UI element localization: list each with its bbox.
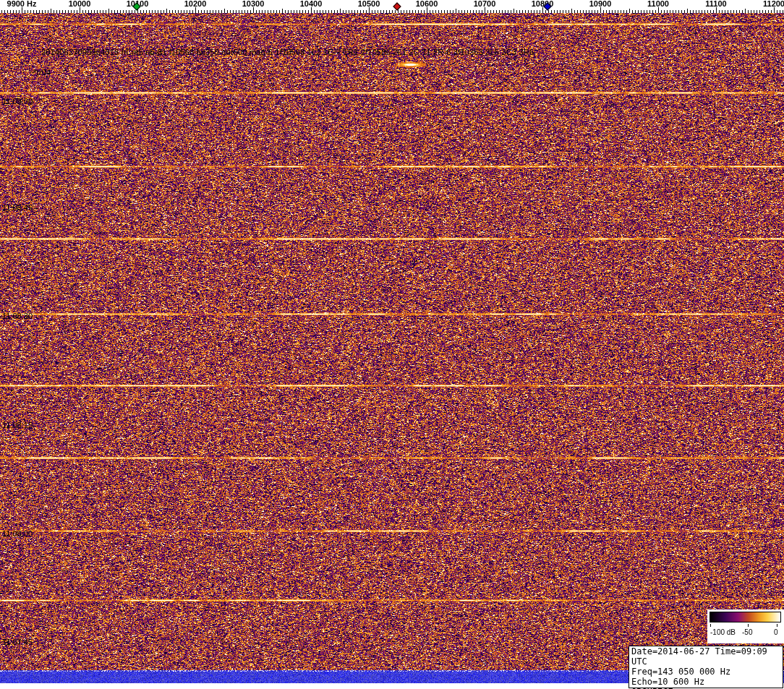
legend-tick-max: [777, 624, 777, 627]
info-box: Date=2014-06-27 Time=09:09 UTC Freq=143 …: [629, 646, 783, 688]
trace-annotation: *tr04: [33, 68, 51, 77]
ruler-label: 10700: [474, 0, 496, 8]
frequency-ruler: 9900 Hz100001010010200103001040010500106…: [0, 0, 784, 13]
info-echo-line: Echo=10 600 Hz: [631, 677, 780, 687]
legend-min-label: -100 dB: [710, 628, 736, 636]
time-label: 11:08:15: [2, 421, 33, 429]
legend-max-label: 0: [774, 628, 778, 636]
ruler-label: 10300: [242, 0, 265, 8]
info-date-line: Date=2014-06-27 Time=09:09 UTC: [631, 646, 780, 667]
ruler-label: 10400: [300, 0, 323, 8]
time-label: 11:09:00: [2, 97, 33, 106]
legend-mid-label: -50: [742, 628, 752, 636]
time-label: 11:08:45: [2, 203, 33, 212]
ruler-label: 10500: [358, 0, 380, 8]
ruler-label: 11100: [705, 0, 726, 8]
spectrogram-app: 9900 Hz100001010010200103001040010500106…: [0, 0, 784, 689]
time-label: 11:08:00: [2, 529, 33, 538]
db-color-legend: -100 dB -50 0: [707, 609, 784, 643]
ruler-label: 10600: [416, 0, 438, 8]
time-label: 11:07:45: [2, 638, 33, 646]
ruler-label: 11200: [763, 0, 784, 8]
detection-annotation: 20140627090904318 hCnt5 nb-81 f10568 hit…: [41, 48, 534, 56]
spectrogram-canvas: [0, 13, 784, 683]
legend-tick-mid: [748, 624, 749, 627]
info-freq-line: Freq=143 050 000 Hz: [631, 667, 780, 677]
time-label: 11:08:30: [2, 312, 33, 320]
legend-tick-min: [710, 624, 711, 627]
ruler-label: 10000: [69, 0, 91, 8]
ruler-label: 9900 Hz: [7, 0, 37, 8]
ruler-label: 10900: [589, 0, 612, 8]
ruler-label: 10200: [184, 0, 207, 8]
color-gradient-bar: [710, 612, 781, 622]
ruler-label: 11000: [647, 0, 669, 8]
